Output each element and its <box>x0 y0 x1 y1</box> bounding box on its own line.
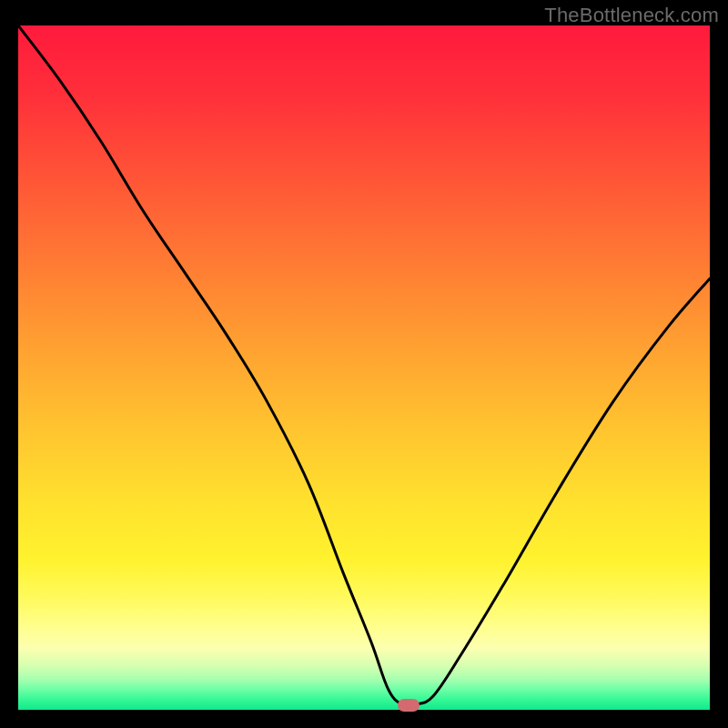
watermark-label: TheBottleneck.com <box>544 4 719 27</box>
chart-frame: TheBottleneck.com <box>0 0 728 728</box>
optimum-marker <box>398 699 420 712</box>
bottleneck-curve <box>18 25 710 710</box>
plot-area <box>18 25 710 710</box>
curve-path <box>18 25 710 706</box>
